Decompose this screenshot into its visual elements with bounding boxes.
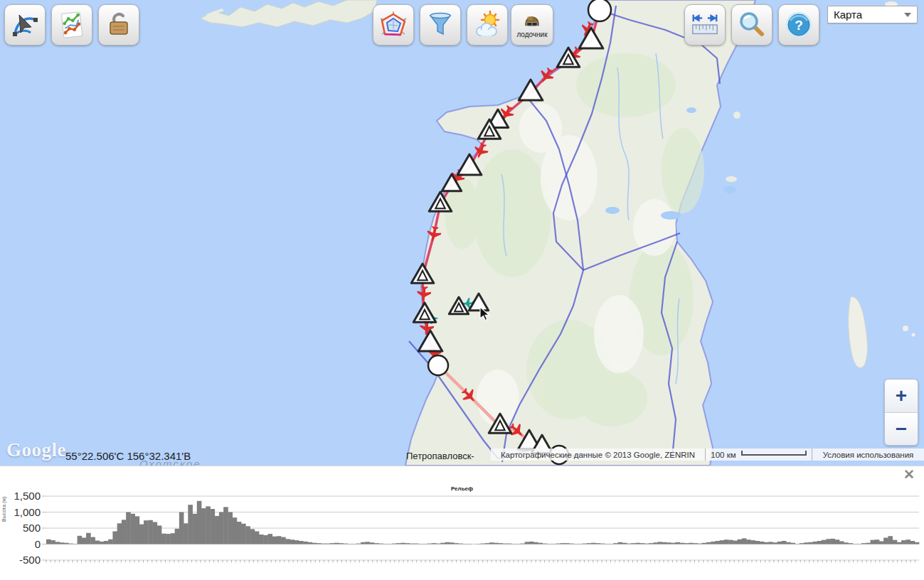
route-edit-button[interactable] — [4, 4, 46, 45]
elevation-bar — [839, 541, 844, 544]
boatman-icon — [522, 12, 542, 31]
elevation-bar — [317, 543, 322, 544]
elevation-bar — [720, 540, 725, 544]
elevation-bar — [233, 517, 238, 544]
chevron-down-icon — [904, 13, 911, 17]
elevation-bar — [108, 539, 113, 544]
endpoint-circle-marker[interactable] — [428, 355, 448, 375]
charts-icon — [58, 11, 86, 39]
elevation-bar — [86, 533, 91, 544]
elevation-bar — [538, 543, 543, 544]
elevation-bar — [494, 543, 499, 544]
svg-text:?: ? — [795, 18, 803, 33]
elevation-bar — [241, 524, 246, 544]
elevation-panel: 1,5001,0005000-500 Рельеф Высота (м) ✕ — [0, 466, 924, 580]
waypoint-triangle[interactable] — [418, 331, 442, 351]
elevation-bar — [51, 540, 55, 544]
elevation-bar — [95, 541, 100, 544]
elevation-bar — [245, 526, 250, 544]
elevation-bar — [675, 542, 680, 544]
waypoint-triangle-double[interactable] — [449, 297, 468, 314]
elevation-bar — [644, 544, 649, 544]
endpoint-circle-marker[interactable] — [588, 0, 611, 21]
elevation-bar — [640, 543, 645, 544]
elevation-bar — [760, 542, 765, 544]
elevation-bar — [702, 543, 707, 544]
elevation-bar — [130, 514, 135, 544]
elevation-bar — [583, 544, 588, 544]
attribution-bar: Картографические данные © 2013 Google, Z… — [491, 449, 924, 461]
elevation-bar — [883, 538, 888, 544]
route-marker-layer — [0, 0, 924, 466]
elevation-bar — [294, 540, 299, 544]
filter-button[interactable] — [420, 4, 461, 45]
area-polygon-button[interactable] — [373, 4, 414, 45]
terms-link[interactable]: Условия использования — [812, 449, 924, 461]
admin-boundary-line — [409, 341, 498, 458]
elevation-bar — [112, 532, 117, 544]
elevation-bar — [259, 535, 264, 544]
elevation-bar — [738, 539, 743, 544]
zoom-in-button[interactable]: + — [885, 380, 918, 412]
city-label: Петропавловск- — [406, 451, 474, 461]
elevation-bar — [906, 539, 910, 544]
plane-marker-red[interactable] — [416, 286, 431, 302]
measure-icon — [690, 11, 720, 39]
elevation-bar — [671, 543, 676, 544]
elevation-bar — [458, 544, 463, 544]
waypoint-triangle[interactable] — [579, 28, 603, 48]
elevation-bar — [139, 525, 144, 544]
elevation-bar — [617, 542, 622, 544]
boatman-button[interactable]: лодочник — [511, 4, 553, 45]
elevation-bar — [339, 543, 344, 544]
elevation-bar — [206, 506, 211, 544]
measure-button[interactable] — [684, 4, 726, 45]
elevation-bar — [445, 542, 450, 544]
elevation-bar — [334, 543, 339, 544]
elevation-bar — [786, 542, 791, 544]
zoom-out-button[interactable]: − — [885, 412, 918, 445]
elevation-bar — [520, 544, 525, 544]
waypoint-triangle[interactable] — [469, 294, 488, 311]
plane-marker-red[interactable] — [426, 225, 442, 243]
elevation-bar — [193, 514, 198, 544]
waypoint-triangle-double[interactable] — [411, 264, 434, 283]
elevation-bar — [800, 543, 804, 544]
admin-boundary-line — [662, 242, 677, 458]
zoom-control: + − — [884, 379, 918, 446]
weather-button[interactable] — [467, 4, 508, 45]
chart-title: Рельеф — [0, 485, 924, 492]
elevation-bar — [223, 507, 228, 544]
waypoint-triangle-double[interactable] — [413, 303, 436, 322]
waypoint-triangle[interactable] — [457, 154, 482, 175]
charts-button[interactable] — [51, 4, 92, 45]
elevation-bar — [533, 542, 538, 544]
elevation-bar — [728, 540, 733, 544]
elevation-bar — [649, 543, 654, 544]
elevation-bar — [848, 543, 853, 544]
unlock-button[interactable] — [98, 4, 139, 45]
admin-boundary-line — [583, 233, 680, 270]
elevation-chart: 1,5001,0005000-500 — [0, 466, 924, 580]
scale-bar — [741, 451, 807, 456]
elevation-bar — [237, 522, 242, 544]
search-button[interactable] — [731, 4, 772, 45]
elevation-bar — [325, 544, 330, 544]
elevation-bar — [591, 543, 596, 544]
elevation-bar — [808, 542, 813, 544]
waypoint-triangle-double[interactable] — [429, 192, 452, 211]
elevation-bar — [698, 544, 703, 544]
elevation-bar — [290, 539, 295, 544]
close-panel-button[interactable]: ✕ — [903, 468, 915, 482]
help-button[interactable]: ? — [778, 4, 819, 45]
elevation-bar — [627, 544, 632, 544]
map-canvas[interactable]: лодочник ? — [0, 0, 924, 466]
elevation-bar — [777, 542, 782, 544]
elevation-bar — [724, 539, 729, 544]
google-logo: Google — [6, 439, 66, 461]
elevation-bar — [822, 540, 827, 544]
elevation-bar — [152, 522, 157, 544]
map-type-dropdown[interactable]: Карта — [827, 6, 918, 23]
elevation-bar — [161, 534, 166, 544]
elevation-bar — [733, 541, 738, 544]
